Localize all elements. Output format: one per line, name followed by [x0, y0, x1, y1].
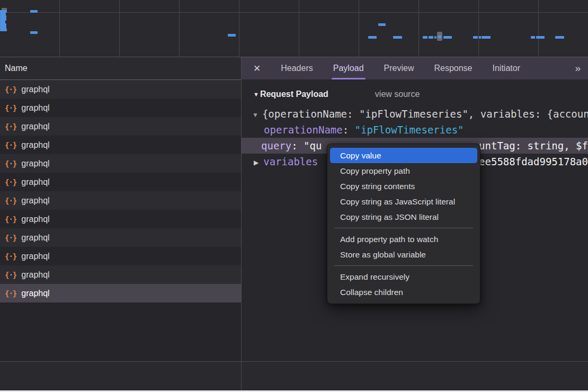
json-string-value: "ipFlowTimeseries": [355, 124, 464, 136]
network-request-row[interactable]: {·}graphql: [0, 117, 241, 136]
menu-item-copy-string-as-javascript-literal[interactable]: Copy string as JavaScript literal: [330, 194, 477, 209]
json-key: operationName: [264, 124, 343, 136]
json-file-icon: {·}: [5, 197, 16, 205]
json-string-value-start: "qu: [304, 140, 322, 152]
menu-item-copy-string-contents[interactable]: Copy string contents: [330, 179, 477, 194]
menu-item-store-as-global-variable[interactable]: Store as global variable: [330, 247, 477, 262]
json-row-operationName[interactable]: operationName: "ipFlowTimeseries": [242, 122, 588, 138]
json-file-icon: {·}: [5, 289, 16, 298]
context-menu: Copy valueCopy property pathCopy string …: [327, 144, 480, 304]
json-file-icon: {·}: [5, 178, 16, 186]
menu-separator: [334, 228, 473, 228]
request-list: {·}graphql{·}graphql{·}graphql{·}graphql…: [0, 80, 241, 302]
name-column-label: Name: [5, 64, 28, 73]
more-tabs-icon[interactable]: »: [575, 63, 581, 74]
network-request-row[interactable]: {·}graphql: [0, 136, 241, 154]
menu-item-expand-recursively[interactable]: Expand recursively: [330, 269, 477, 284]
network-request-row[interactable]: {·}graphql: [0, 284, 241, 302]
disclosure-triangle-icon[interactable]: ▼: [253, 91, 259, 97]
waterfall-bar: [378, 23, 386, 26]
menu-item-collapse-children[interactable]: Collapse children: [330, 284, 477, 300]
request-name-label: graphql: [21, 233, 49, 243]
waterfall-bar: [536, 36, 545, 39]
network-request-row[interactable]: {·}graphql: [0, 265, 241, 284]
tab-initiator[interactable]: Initiator: [493, 57, 520, 79]
request-name-label: graphql: [21, 140, 49, 150]
menu-separator: [334, 265, 473, 266]
json-file-icon: {·}: [5, 104, 16, 112]
tab-preview[interactable]: Preview: [384, 57, 414, 79]
network-request-row[interactable]: {·}graphql: [0, 247, 241, 265]
tab-headers[interactable]: Headers: [281, 57, 313, 79]
waterfall-bar: [473, 36, 478, 39]
network-request-row[interactable]: {·}graphql: [0, 210, 241, 228]
json-string-value-tail: untTag: string, $f: [479, 138, 588, 154]
waterfall-bar: [368, 36, 377, 39]
tab-payload[interactable]: Payload: [333, 57, 364, 79]
waterfall-bar: [30, 10, 38, 13]
request-name-label: graphql: [21, 252, 49, 261]
json-file-icon: {·}: [5, 252, 16, 261]
json-file-icon: {·}: [5, 215, 16, 224]
waterfall-bar: [0, 29, 7, 31]
timeline-marker: [437, 32, 442, 41]
json-file-icon: {·}: [5, 85, 16, 94]
panel-vertical-divider: [241, 362, 242, 390]
json-file-icon: {·}: [5, 271, 16, 279]
disclosure-triangle-icon[interactable]: ▶: [254, 155, 259, 171]
waterfall-bar: [531, 36, 535, 39]
request-name-label: graphql: [21, 177, 49, 187]
menu-item-add-property-path-to-watch[interactable]: Add property path to watch: [330, 231, 477, 247]
json-separator: :: [291, 140, 304, 152]
waterfall-bar: [393, 36, 402, 39]
waterfall-bar: [429, 36, 433, 39]
waterfall-bar: [423, 36, 427, 39]
request-name-label: graphql: [21, 289, 49, 298]
view-source-link[interactable]: view source: [375, 90, 420, 99]
json-file-icon: {·}: [5, 234, 16, 242]
request-name-label: graphql: [21, 122, 49, 131]
waterfall-bar: [30, 31, 38, 34]
request-list-panel: Name {·}graphql{·}graphql{·}graphql{·}gr…: [0, 57, 241, 361]
request-payload-section-header[interactable]: ▼ Request Payload view source: [242, 87, 588, 102]
name-column-header[interactable]: Name: [0, 57, 241, 80]
network-request-row[interactable]: {·}graphql: [0, 154, 241, 173]
network-request-row[interactable]: {·}graphql: [0, 173, 241, 191]
summary-footer: [0, 362, 588, 390]
request-name-label: graphql: [21, 270, 49, 280]
detail-tabbar: ✕ HeadersPayloadPreviewResponseInitiator…: [242, 57, 588, 79]
json-file-icon: {·}: [5, 122, 16, 131]
json-key: variables: [263, 156, 318, 167]
request-name-label: graphql: [21, 159, 49, 168]
waterfall-bar: [479, 36, 481, 39]
devtools-network-panel: Name {·}graphql{·}graphql{·}graphql{·}gr…: [0, 0, 588, 392]
json-key: query: [261, 140, 291, 152]
section-title: Request Payload: [260, 90, 328, 99]
waterfall-bar: [482, 36, 491, 39]
json-value-tail: ee5588fdad995178a0: [479, 154, 588, 170]
waterfall-bar: [228, 34, 236, 37]
waterfall-bar: [443, 36, 452, 39]
tab-response[interactable]: Response: [434, 57, 472, 79]
json-root-row[interactable]: ▼{operationName: "ipFlowTimeseries", var…: [242, 106, 588, 122]
network-request-row[interactable]: {·}graphql: [0, 80, 241, 99]
json-file-icon: {·}: [5, 159, 16, 168]
request-name-label: graphql: [21, 215, 49, 224]
menu-item-copy-property-path[interactable]: Copy property path: [330, 163, 477, 179]
json-separator: :: [343, 124, 355, 136]
disclosure-triangle-icon[interactable]: ▼: [252, 107, 259, 123]
close-icon[interactable]: ✕: [253, 63, 261, 74]
menu-item-copy-string-as-json-literal[interactable]: Copy string as JSON literal: [330, 209, 477, 225]
network-request-row[interactable]: {·}graphql: [0, 99, 241, 117]
waterfall-bar: [434, 36, 436, 39]
request-name-label: graphql: [21, 196, 49, 206]
menu-item-copy-value[interactable]: Copy value: [330, 148, 477, 163]
request-name-label: graphql: [21, 103, 49, 113]
network-request-row[interactable]: {·}graphql: [0, 191, 241, 210]
waterfall-bar: [555, 36, 564, 39]
json-file-icon: {·}: [5, 141, 16, 149]
json-root-preview: {operationName: "ipFlowTimeseries", vari…: [262, 108, 588, 120]
network-request-row[interactable]: {·}graphql: [0, 228, 241, 247]
network-overview-timeline[interactable]: [0, 0, 588, 57]
request-name-label: graphql: [21, 85, 49, 94]
